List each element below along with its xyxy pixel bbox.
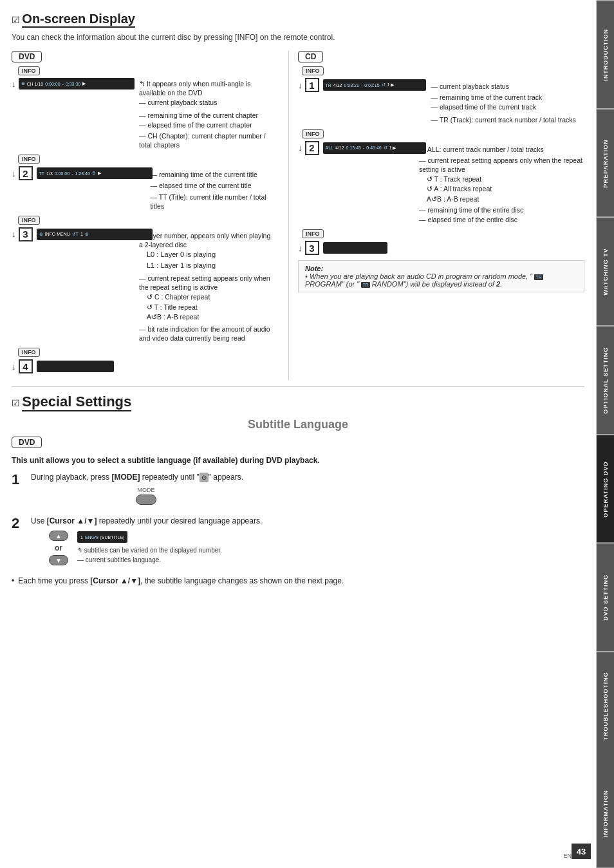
- osd-num-2: 2: [19, 166, 33, 180]
- cd-info-btn-3: INFO: [302, 229, 324, 238]
- mode-label: MODE: [138, 487, 155, 493]
- note-text: • When you are playing back an audio CD …: [305, 272, 577, 288]
- osd-title: On-screen Display: [22, 12, 135, 28]
- cd-badge: CD: [298, 51, 323, 62]
- step-2-text: Use [Cursor ▲/▼] repeatedly until your d…: [31, 515, 584, 527]
- cd-a-repeat: ↺ A : All tracks repeat: [427, 184, 584, 193]
- cd-column: CD INFO ↓ 1 TR 4/12: [288, 51, 584, 380]
- cd-info-btn-2: INFO: [302, 129, 324, 138]
- step-1-row: 1 During playback, press [MODE] repeated…: [12, 471, 584, 509]
- sidebar-tab-operating-dvd[interactable]: OPERATING DVD: [597, 435, 614, 543]
- cd-ab-repeat: A↺B : A-B repeat: [427, 194, 584, 203]
- osd-num-3: 3: [19, 227, 33, 241]
- dvd-column: DVD INFO ↓ ⊕ CH 1/10 0:00:0: [12, 51, 275, 380]
- section-divider: [12, 386, 584, 387]
- osd-num-4: 4: [19, 359, 33, 373]
- page-lang: EN: [563, 853, 572, 859]
- cd-display-1: TR 4/12 0:03:21 - 0:02:15 ↺ 1 ▶: [323, 79, 426, 91]
- ab-repeat: A↺B : A-B repeat: [147, 312, 275, 321]
- nav-annotations: ↰ subtitles can be varied on the display…: [77, 545, 222, 565]
- cd-display-2: ALL 4/12 0:13:45 - 0:45:40 ↺ 1 ▶: [323, 142, 426, 154]
- cursor-up-btn[interactable]: ▲: [49, 531, 68, 541]
- or-label: or: [55, 543, 62, 552]
- mode-button[interactable]: [136, 495, 156, 505]
- special-settings-checkbox: ☑: [12, 398, 20, 408]
- special-settings-title: Special Settings: [22, 393, 131, 411]
- cd-t-repeat: ↺ T : Track repeat: [427, 175, 584, 184]
- sidebar-tabs: INTRODUCTION PREPARATION WATCHING TV OPT…: [596, 0, 614, 868]
- dvd-ann-1: ↰ It appears only when multi-angle is av…: [139, 79, 275, 149]
- dvd-display-3: ⊕ INFO MENU ↺T 1 ⊕: [37, 229, 153, 240]
- t-repeat: ↺ T : Title repeat: [147, 303, 275, 312]
- dvd-badge: DVD: [12, 51, 42, 62]
- note-box: Note: • When you are playing back an aud…: [298, 260, 584, 292]
- osd-checkbox: ☑: [12, 15, 20, 25]
- cd-osd-num-1: 1: [305, 78, 319, 92]
- nav-arrows: ▲ or ▼: [49, 531, 68, 565]
- info-btn-1: INFO: [18, 66, 40, 75]
- subtitle-language-section: Subtitle Language DVD This unit allows y…: [12, 418, 584, 587]
- sidebar-tab-watching-tv[interactable]: WATCHING TV: [597, 217, 614, 326]
- l1-label: L1 : Layer 1 is playing: [147, 261, 275, 270]
- note-title: Note:: [305, 265, 323, 272]
- c-repeat: ↺ C : Chapter repeat: [147, 292, 275, 301]
- cd-info-btn-1: INFO: [302, 66, 324, 75]
- page-number: 43: [572, 844, 591, 859]
- cd-ann-2: — ALL: current track number / total trac…: [419, 145, 584, 224]
- step-2-num: 2: [12, 515, 27, 532]
- info-btn-3: INFO: [18, 216, 40, 225]
- step-1-text: During playback, press [MODE] repeatedly…: [31, 471, 243, 483]
- osd-subtitle: You can check the information about the …: [12, 33, 584, 42]
- cd-osd-num-3: 3: [305, 241, 319, 255]
- cd-osd-num-2: 2: [305, 141, 319, 155]
- sidebar-tab-information[interactable]: INFORMATION: [597, 760, 614, 868]
- dvd-display-2: TT 1/3 0:00:00 - 1:23:40 ⊕ ▶: [37, 167, 153, 179]
- osd-columns: DVD INFO ↓ ⊕ CH 1/10 0:00:0: [12, 51, 584, 380]
- dvd-ann-2: — remaining time of the current title — …: [151, 170, 275, 211]
- info-btn-4: INFO: [18, 348, 40, 357]
- subtitle-bullet: Each time you press [Cursor ▲/▼], the su…: [12, 576, 584, 587]
- sidebar-tab-preparation[interactable]: PREPARATION: [597, 109, 614, 218]
- l0-label: L0 : Layer 0 is playing: [147, 250, 275, 259]
- osd-section: ☑ On-screen Display You can check the in…: [12, 12, 584, 380]
- subtitle-dvd-badge: DVD: [12, 437, 42, 448]
- dvd-display-4: [37, 361, 114, 372]
- subtitle-display: 1 ENG/8 [SUBTITLE]: [77, 531, 127, 543]
- info-btn-2: INFO: [18, 155, 40, 164]
- nav-diagram: ▲ or ▼ 1 ENG/8 [SUBTITLE] ↰ subtitles: [49, 531, 584, 565]
- step-2-row: 2 Use [Cursor ▲/▼] repeatedly until your…: [12, 515, 584, 569]
- dvd-ann-3: — layer number, appears only when playin…: [139, 231, 275, 343]
- sidebar-tab-optional-setting[interactable]: OPTIONAL SETTING: [597, 326, 614, 435]
- dvd-display-1: ⊕ CH 1/10 0:00:00 - 0:33:30 ▶: [19, 78, 135, 90]
- cd-ann-1: — current playback status — remaining ti…: [431, 82, 576, 124]
- subtitle-language-heading: Subtitle Language: [12, 418, 584, 431]
- subtitle-description: This unit allows you to select a subtitl…: [12, 456, 584, 465]
- step-1-num: 1: [12, 471, 27, 488]
- cd-display-3: [323, 242, 387, 254]
- cursor-down-btn[interactable]: ▼: [49, 555, 68, 565]
- sidebar-tab-dvd-setting[interactable]: DVD SETTING: [597, 543, 614, 652]
- sidebar-tab-introduction[interactable]: INTRODUCTION: [597, 0, 614, 109]
- sidebar-tab-troubleshooting[interactable]: TROUBLESHOOTING: [597, 652, 614, 760]
- special-settings-section: ☑ Special Settings Subtitle Language DVD…: [12, 393, 584, 587]
- mode-btn-wrapper: MODE: [49, 487, 243, 505]
- main-content: ☑ On-screen Display You can check the in…: [0, 0, 596, 598]
